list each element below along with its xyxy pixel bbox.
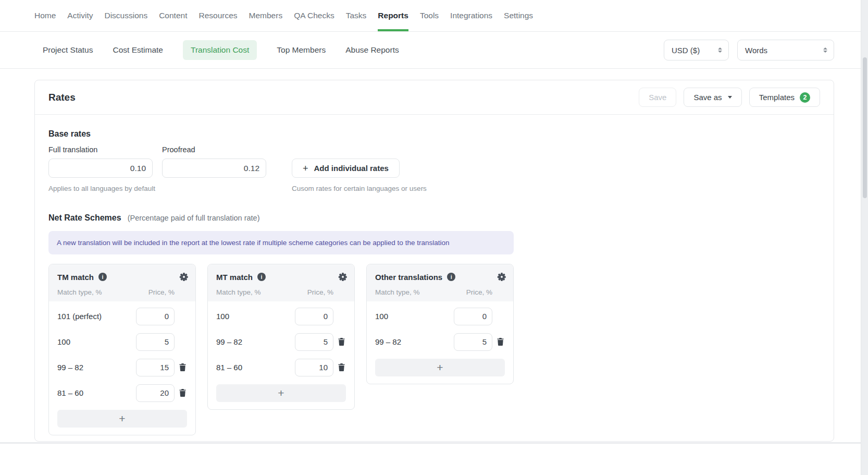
- scheme-header: TM match i Match type, % Price, %: [49, 264, 195, 301]
- rates-card: Rates Save Save as Templates 2 Base rate…: [34, 80, 834, 442]
- add-rates-label-spacer: [292, 145, 427, 154]
- rates-title: Rates: [48, 92, 76, 103]
- units-select[interactable]: Words: [737, 40, 834, 60]
- rates-actions: Save Save as Templates 2: [639, 88, 820, 107]
- price-column-header: Price, %: [466, 288, 492, 296]
- match-type-label: 100: [216, 312, 295, 321]
- nav-activity[interactable]: Activity: [67, 0, 93, 31]
- nav-integrations[interactable]: Integrations: [450, 0, 492, 31]
- nav-content[interactable]: Content: [159, 0, 187, 31]
- rate-row: 100: [49, 329, 195, 355]
- report-options: USD ($) Words: [664, 40, 834, 60]
- trash-icon: [338, 363, 345, 371]
- match-type-label: 100: [57, 337, 136, 346]
- info-icon[interactable]: i: [447, 273, 455, 281]
- match-type-label: 99 – 82: [57, 363, 136, 372]
- proofread-input[interactable]: [162, 159, 266, 178]
- add-individual-rates-button[interactable]: + Add individual rates: [292, 159, 400, 178]
- gear-icon[interactable]: [180, 273, 188, 281]
- full-translation-hint: Applies to all languages by default: [48, 185, 153, 192]
- tab-project-status[interactable]: Project Status: [43, 45, 93, 55]
- info-banner: A new translation will be included in th…: [48, 231, 514, 254]
- add-individual-rates-label: Add individual rates: [314, 164, 389, 173]
- save-as-button[interactable]: Save as: [684, 88, 741, 107]
- delete-row-button[interactable]: [333, 363, 349, 371]
- tab-translation-cost[interactable]: Translation Cost: [183, 40, 257, 60]
- nav-tools[interactable]: Tools: [420, 0, 439, 31]
- add-individual-rates-hint: Cusom rates for certain languages or use…: [292, 185, 427, 192]
- scheme-card: Other translations i Match type, % Price…: [366, 264, 514, 384]
- info-icon[interactable]: i: [257, 273, 266, 281]
- info-icon[interactable]: i: [98, 273, 107, 281]
- gear-icon[interactable]: [339, 273, 347, 281]
- gear-icon[interactable]: [498, 273, 506, 281]
- rate-row: 100: [208, 303, 354, 329]
- scheme-title: TM match: [57, 273, 94, 282]
- save-button[interactable]: Save: [639, 88, 676, 107]
- tab-abuse-reports[interactable]: Abuse Reports: [345, 45, 399, 55]
- schemes-row: TM match i Match type, % Price, % 101 (p…: [48, 264, 820, 435]
- nav-reports[interactable]: Reports: [378, 0, 408, 31]
- base-rates-heading: Base rates: [48, 129, 820, 139]
- templates-count-badge: 2: [800, 92, 810, 103]
- nav-settings[interactable]: Settings: [504, 0, 533, 31]
- price-input[interactable]: [136, 308, 175, 325]
- match-type-column-header: Match type, %: [375, 288, 420, 296]
- nav-resources[interactable]: Resources: [199, 0, 237, 31]
- tab-top-members[interactable]: Top Members: [277, 45, 326, 55]
- delete-row-button[interactable]: [492, 338, 508, 346]
- main-navigation: Home Activity Discussions Content Resour…: [0, 0, 861, 32]
- templates-label: Templates: [759, 93, 795, 102]
- save-as-label: Save as: [693, 93, 722, 102]
- match-type-label: 100: [375, 312, 454, 321]
- trash-icon: [179, 363, 186, 371]
- proofread-label: Proofread: [162, 145, 266, 154]
- price-input[interactable]: [136, 359, 175, 376]
- nav-home[interactable]: Home: [34, 0, 56, 31]
- match-type-label: 81 – 60: [57, 388, 136, 397]
- tab-cost-estimate[interactable]: Cost Estimate: [113, 45, 163, 55]
- currency-select[interactable]: USD ($): [664, 40, 729, 60]
- price-input[interactable]: [454, 333, 492, 351]
- rate-row: 99 – 82: [208, 329, 354, 355]
- rate-row: 81 – 60: [208, 355, 354, 380]
- templates-button[interactable]: Templates 2: [749, 88, 820, 107]
- price-input[interactable]: [295, 359, 333, 376]
- match-type-label: 99 – 82: [375, 337, 454, 346]
- rates-card-header: Rates Save Save as Templates 2: [35, 80, 834, 115]
- nav-tasks[interactable]: Tasks: [346, 0, 367, 31]
- price-column-header: Price, %: [307, 288, 333, 296]
- full-translation-input[interactable]: [48, 159, 153, 178]
- add-rate-row-button[interactable]: +: [57, 410, 187, 428]
- currency-select-value: USD ($): [672, 46, 700, 55]
- add-rate-row-button[interactable]: +: [375, 359, 505, 376]
- vertical-scrollbar[interactable]: [861, 0, 868, 475]
- price-input[interactable]: [454, 308, 492, 325]
- net-rate-schemes-heading: Net Rate Schemes: [48, 213, 121, 223]
- nav-discussions[interactable]: Discussions: [104, 0, 147, 31]
- price-input[interactable]: [136, 333, 175, 351]
- price-input[interactable]: [295, 308, 333, 325]
- nav-members[interactable]: Members: [249, 0, 283, 31]
- match-type-label: 101 (perfect): [57, 312, 136, 321]
- dropdown-caret-icon: [728, 96, 732, 99]
- base-rates-section: Base rates Full translation Applies to a…: [35, 115, 834, 192]
- delete-row-button[interactable]: [175, 389, 190, 397]
- add-rate-row-button[interactable]: +: [216, 384, 346, 402]
- price-column-header: Price, %: [148, 288, 175, 296]
- scrollbar-thumb[interactable]: [863, 57, 867, 198]
- match-type-column-header: Match type, %: [216, 288, 261, 296]
- scheme-title: MT match: [216, 273, 253, 282]
- nav-qa-checks[interactable]: QA Checks: [294, 0, 334, 31]
- delete-row-button[interactable]: [333, 338, 349, 346]
- delete-row-button[interactable]: [175, 363, 190, 371]
- trash-icon: [179, 389, 186, 397]
- scheme-title: Other translations: [375, 273, 442, 282]
- select-caret-icon: [823, 47, 827, 53]
- rate-row: 81 – 60: [49, 380, 195, 406]
- select-caret-icon: [718, 47, 722, 53]
- price-input[interactable]: [295, 333, 333, 351]
- price-input[interactable]: [136, 384, 175, 402]
- plus-icon: +: [303, 164, 308, 173]
- page-bottom-divider: [0, 442, 868, 444]
